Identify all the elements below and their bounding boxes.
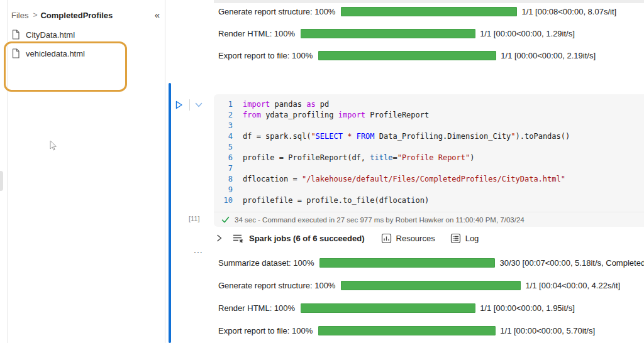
cell-run-controls <box>174 98 203 112</box>
progress-row: Generate report structure: 100% 1/1 [00:… <box>218 6 616 16</box>
tab-resources[interactable]: Resources <box>381 233 435 244</box>
output-collapse-ellipsis[interactable]: ... <box>194 245 203 255</box>
collapse-sidebar-icon[interactable]: « <box>155 8 160 23</box>
progress-label: Generate report structure: 100% <box>218 7 335 16</box>
line-number: 1 <box>214 99 243 110</box>
code-line[interactable]: 8dflocation = "/lakehouse/default/Files/… <box>214 174 644 185</box>
line-number: 2 <box>214 110 243 121</box>
resources-icon <box>381 233 392 244</box>
progress-label: Generate report structure: 100% <box>218 281 335 290</box>
progress-label: Render HTML: 100% <box>218 29 295 38</box>
success-check-icon <box>221 216 230 224</box>
chevron-right-icon <box>215 234 223 242</box>
code-line[interactable]: 6profile = ProfileReport(df, title="Prof… <box>214 153 644 163</box>
progress-label: Export report to file: 100% <box>218 51 313 60</box>
line-number: 4 <box>214 131 243 142</box>
progress-row: Render HTML: 100% 1/1 [00:00<00:00, 1.95… <box>218 303 644 313</box>
progress-bar <box>301 29 475 38</box>
run-controls-divider <box>189 99 190 111</box>
progress-stats: 1/1 [00:08<00:00, 8.07s/it] <box>521 7 616 16</box>
progress-bar <box>318 326 496 335</box>
progress-bar <box>341 281 521 290</box>
progress-stats: 1/1 [00:04<00:00, 4.22s/it] <box>525 281 620 290</box>
bottom-output-rows: Summarize dataset: 100% 30/30 [00:07<00:… <box>218 258 644 343</box>
chevron-down-icon <box>194 101 203 109</box>
progress-bar <box>301 303 475 313</box>
file-item[interactable]: CityData.html <box>8 25 158 44</box>
spark-jobs-bar: Spark jobs (6 of 6 succeeded) Resources … <box>215 230 494 246</box>
progress-stats: 30/30 [00:07<00:00, 5.18it/s, Completed] <box>499 258 644 268</box>
execution-status-text: 34 sec - Command executed in 27 sec 977 … <box>235 216 525 224</box>
cell-selection-indicator <box>169 83 171 343</box>
progress-stats: 1/1 [00:00<00:00, 2.19it/s] <box>501 51 596 60</box>
cell-status-bar: 34 sec - Command executed in 27 sec 977 … <box>214 212 644 227</box>
code-line-text: profilefile = profile.to_file(dflocation… <box>243 195 429 206</box>
expand-spark-jobs-button[interactable] <box>215 234 223 242</box>
top-output-rows: Generate report structure: 100% 1/1 [00:… <box>218 6 616 72</box>
code-line[interactable]: 9 <box>214 185 644 195</box>
line-number: 6 <box>214 153 243 163</box>
progress-row: Export report to file: 100% 1/1 [00:00<0… <box>218 50 616 60</box>
code-line-text: from ydata_profiling import ProfileRepor… <box>243 110 429 121</box>
code-line[interactable]: 2from ydata_profiling import ProfileRepo… <box>214 110 644 121</box>
pane-resize-handle[interactable] <box>0 171 3 191</box>
notebook-main: Generate report structure: 100% 1/1 [00:… <box>165 0 644 343</box>
line-number: 10 <box>214 195 243 206</box>
code-line[interactable]: 7 <box>214 163 644 174</box>
code-line[interactable]: 1import pandas as pd <box>214 99 644 110</box>
progress-row: Generate report structure: 100% 1/1 [00:… <box>218 280 644 290</box>
execution-count: [11] <box>189 215 200 222</box>
play-icon <box>174 100 184 110</box>
line-number: 7 <box>214 163 243 174</box>
progress-label: Summarize dataset: 100% <box>218 258 314 268</box>
resources-label: Resources <box>396 234 435 243</box>
progress-stats: 1/1 [00:00<00:00, 5.70it/s] <box>500 326 595 335</box>
mouse-cursor <box>48 139 58 152</box>
file-list: CityData.html vehicledata.html <box>8 25 158 63</box>
file-label: CityData.html <box>26 30 75 40</box>
partial-progress-bar <box>214 0 644 3</box>
progress-bar <box>341 7 517 16</box>
files-sidebar: Files > CompletedProfiles « CityData.htm… <box>8 0 165 343</box>
run-cell-button[interactable] <box>174 100 184 110</box>
tab-spark-jobs[interactable]: Spark jobs (6 of 6 succeeded) <box>232 232 365 244</box>
line-number: 5 <box>214 142 243 153</box>
spark-jobs-label: Spark jobs (6 of 6 succeeded) <box>249 234 365 243</box>
progress-row: Export report to file: 100% 1/1 [00:00<0… <box>218 325 644 335</box>
breadcrumb-files[interactable]: Files <box>10 11 30 20</box>
code-editor[interactable]: 1import pandas as pd2from ydata_profilin… <box>214 99 644 206</box>
spark-jobs-icon <box>232 232 244 244</box>
line-number: 3 <box>214 121 243 131</box>
progress-bar <box>318 51 496 60</box>
log-label: Log <box>465 234 479 243</box>
file-icon <box>11 48 20 58</box>
progress-label: Export report to file: 100% <box>218 326 313 335</box>
file-item[interactable]: vehicledata.html <box>8 44 158 63</box>
code-line-text: import pandas as pd <box>243 99 329 110</box>
code-line[interactable]: 4df = spark.sql("SELECT * FROM Data_Prof… <box>214 131 644 142</box>
line-number: 8 <box>214 174 243 185</box>
log-icon <box>450 233 461 244</box>
code-line[interactable]: 3 <box>214 121 644 131</box>
code-cell[interactable]: 1import pandas as pd2from ydata_profilin… <box>214 94 644 227</box>
breadcrumb-separator-icon: > <box>30 11 40 19</box>
file-icon <box>11 30 20 40</box>
progress-label: Render HTML: 100% <box>218 303 295 313</box>
breadcrumb: Files > CompletedProfiles « <box>10 8 165 23</box>
line-number: 9 <box>214 185 243 195</box>
progress-row: Render HTML: 100% 1/1 [00:00<00:00, 1.29… <box>218 28 616 38</box>
file-label: vehicledata.html <box>26 49 85 58</box>
code-line-text: dflocation = "/lakehouse/default/Files/C… <box>243 174 565 185</box>
progress-stats: 1/1 [00:00<00:00, 1.29it/s] <box>480 29 575 38</box>
code-line[interactable]: 10profilefile = profile.to_file(dflocati… <box>214 195 644 206</box>
progress-bar <box>319 258 495 268</box>
notebook-page: Files > CompletedProfiles « CityData.htm… <box>0 0 644 343</box>
code-line[interactable]: 5 <box>214 142 644 153</box>
run-options-button[interactable] <box>194 101 203 109</box>
code-line-text: profile = ProfileReport(df, title="Profi… <box>243 153 474 163</box>
code-line-text: df = spark.sql("SELECT * FROM Data_Profi… <box>243 131 570 142</box>
progress-row: Summarize dataset: 100% 30/30 [00:07<00:… <box>218 258 644 268</box>
tab-log[interactable]: Log <box>450 233 479 244</box>
breadcrumb-current-folder: CompletedProfiles <box>40 11 113 20</box>
progress-stats: 1/1 [00:00<00:00, 1.95it/s] <box>480 303 575 313</box>
